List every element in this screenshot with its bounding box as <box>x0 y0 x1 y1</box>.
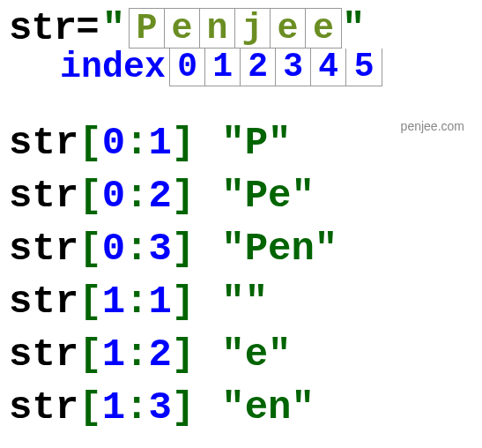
ex-start: 1 <box>102 275 125 328</box>
close-quote: " <box>342 6 365 50</box>
colon-icon: : <box>125 222 148 275</box>
example-row: str[0:2]"Pe" <box>9 169 473 222</box>
char-cell: j <box>235 9 271 48</box>
ex-var: str <box>9 169 78 222</box>
ex-start: 1 <box>102 328 125 381</box>
examples-list: str[0:1]"P"str[0:2]"Pe"str[0:3]"Pen"str[… <box>9 116 473 434</box>
open-quote: " <box>102 6 125 50</box>
index-cell: 0 <box>170 49 205 86</box>
ex-result: "P" <box>221 116 291 169</box>
index-label: index <box>60 48 166 87</box>
ex-start: 0 <box>102 116 125 169</box>
bracket-close-icon: ] <box>172 328 195 381</box>
char-cell: e <box>271 9 306 48</box>
ex-var: str <box>9 275 78 328</box>
example-row: str[1:3]"en" <box>9 381 473 434</box>
ex-end: 2 <box>148 328 171 381</box>
bracket-close-icon: ] <box>172 169 195 222</box>
index-cell: 3 <box>276 49 311 86</box>
index-cell: 5 <box>346 49 382 86</box>
bracket-close-icon: ] <box>172 116 195 169</box>
ex-end: 2 <box>148 169 171 222</box>
ex-var: str <box>9 381 78 434</box>
bracket-close-icon: ] <box>172 222 195 275</box>
char-cell: e <box>165 9 200 48</box>
bracket-open-icon: [ <box>78 116 101 169</box>
bracket-open-icon: [ <box>78 381 101 434</box>
colon-icon: : <box>125 381 148 434</box>
ex-start: 1 <box>102 381 125 434</box>
ex-result: "e" <box>221 328 291 381</box>
var-name: str <box>9 6 76 50</box>
assignment-row: str = " Penjee " <box>9 7 473 49</box>
index-cell: 1 <box>205 49 241 86</box>
ex-result: "Pen" <box>221 222 337 275</box>
index-cell: 4 <box>311 49 346 86</box>
equals: = <box>76 6 98 50</box>
example-row: str[1:1]"" <box>9 275 473 328</box>
ex-var: str <box>9 222 78 275</box>
str-assign: str = " <box>9 6 125 50</box>
ex-start: 0 <box>102 222 125 275</box>
colon-icon: : <box>125 169 148 222</box>
char-table: Penjee <box>129 8 342 49</box>
char-cell: e <box>306 9 341 48</box>
bracket-close-icon: ] <box>172 381 195 434</box>
index-table: 012345 <box>169 49 382 86</box>
char-cell: P <box>130 9 165 48</box>
ex-result: "Pe" <box>221 169 315 222</box>
index-cell: 2 <box>241 49 276 86</box>
ex-result: "en" <box>221 381 315 434</box>
bracket-close-icon: ] <box>172 275 195 328</box>
ex-end: 1 <box>148 275 171 328</box>
colon-icon: : <box>125 275 148 328</box>
ex-end: 1 <box>148 116 171 169</box>
ex-start: 0 <box>102 169 125 222</box>
ex-var: str <box>9 116 78 169</box>
bracket-open-icon: [ <box>78 328 101 381</box>
colon-icon: : <box>125 116 148 169</box>
index-row: index 012345 <box>9 48 473 86</box>
example-row: str[1:2]"e" <box>9 328 473 381</box>
bracket-open-icon: [ <box>78 222 101 275</box>
ex-result: "" <box>221 275 268 328</box>
ex-var: str <box>9 328 78 381</box>
credit-text: penjee.com <box>401 119 464 133</box>
bracket-open-icon: [ <box>78 169 101 222</box>
ex-end: 3 <box>148 222 171 275</box>
char-cell: n <box>200 9 235 48</box>
colon-icon: : <box>125 328 148 381</box>
ex-end: 3 <box>148 381 171 434</box>
example-row: str[0:3]"Pen" <box>9 222 473 275</box>
bracket-open-icon: [ <box>78 275 101 328</box>
